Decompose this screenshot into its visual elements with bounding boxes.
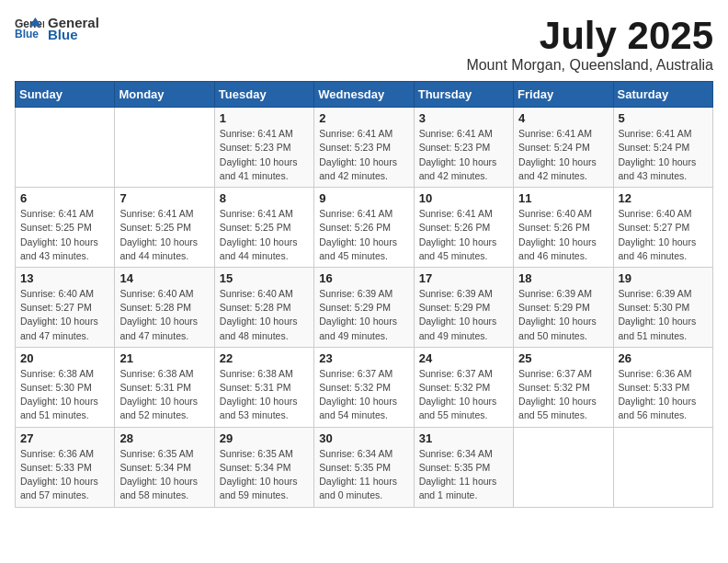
calendar-cell: 21Sunrise: 6:38 AM Sunset: 5:31 PM Dayli…	[115, 347, 214, 427]
logo-icon: General Blue	[15, 16, 44, 41]
calendar-cell: 4Sunrise: 6:41 AM Sunset: 5:24 PM Daylig…	[514, 108, 613, 188]
day-info: Sunrise: 6:40 AM Sunset: 5:28 PM Dayligh…	[220, 287, 309, 343]
weekday-header-wednesday: Wednesday	[314, 82, 414, 108]
day-info: Sunrise: 6:41 AM Sunset: 5:23 PM Dayligh…	[319, 127, 408, 183]
day-number: 17	[419, 271, 508, 285]
calendar-cell: 8Sunrise: 6:41 AM Sunset: 5:25 PM Daylig…	[214, 188, 313, 268]
day-number: 3	[419, 111, 508, 125]
calendar-cell	[613, 427, 712, 507]
day-number: 29	[220, 431, 309, 445]
day-info: Sunrise: 6:41 AM Sunset: 5:26 PM Dayligh…	[319, 207, 408, 263]
calendar-cell: 24Sunrise: 6:37 AM Sunset: 5:32 PM Dayli…	[414, 347, 513, 427]
day-number: 13	[20, 271, 109, 285]
calendar-cell: 9Sunrise: 6:41 AM Sunset: 5:26 PM Daylig…	[314, 188, 414, 268]
calendar-cell: 29Sunrise: 6:35 AM Sunset: 5:34 PM Dayli…	[214, 427, 313, 507]
day-number: 30	[319, 431, 408, 445]
day-number: 31	[419, 431, 508, 445]
day-info: Sunrise: 6:38 AM Sunset: 5:30 PM Dayligh…	[20, 367, 109, 423]
day-info: Sunrise: 6:40 AM Sunset: 5:27 PM Dayligh…	[20, 287, 109, 343]
calendar-cell: 11Sunrise: 6:40 AM Sunset: 5:26 PM Dayli…	[514, 188, 613, 268]
day-info: Sunrise: 6:37 AM Sunset: 5:32 PM Dayligh…	[419, 367, 508, 423]
day-info: Sunrise: 6:37 AM Sunset: 5:32 PM Dayligh…	[518, 367, 608, 423]
calendar-cell: 22Sunrise: 6:38 AM Sunset: 5:31 PM Dayli…	[214, 347, 313, 427]
day-number: 16	[319, 271, 408, 285]
day-number: 18	[518, 271, 608, 285]
day-number: 8	[220, 191, 309, 205]
calendar-cell: 5Sunrise: 6:41 AM Sunset: 5:24 PM Daylig…	[613, 108, 712, 188]
calendar-cell: 7Sunrise: 6:41 AM Sunset: 5:25 PM Daylig…	[115, 188, 214, 268]
day-number: 20	[20, 351, 109, 365]
calendar-cell: 20Sunrise: 6:38 AM Sunset: 5:30 PM Dayli…	[16, 347, 115, 427]
day-info: Sunrise: 6:38 AM Sunset: 5:31 PM Dayligh…	[220, 367, 309, 423]
calendar-cell: 28Sunrise: 6:35 AM Sunset: 5:34 PM Dayli…	[115, 427, 214, 507]
day-number: 6	[20, 191, 109, 205]
day-info: Sunrise: 6:41 AM Sunset: 5:25 PM Dayligh…	[20, 207, 109, 263]
calendar-cell: 14Sunrise: 6:40 AM Sunset: 5:28 PM Dayli…	[115, 267, 214, 347]
day-number: 15	[220, 271, 309, 285]
calendar-cell	[514, 427, 613, 507]
calendar: SundayMondayTuesdayWednesdayThursdayFrid…	[15, 81, 713, 507]
day-info: Sunrise: 6:41 AM Sunset: 5:23 PM Dayligh…	[419, 127, 508, 183]
day-number: 14	[119, 271, 209, 285]
day-number: 23	[319, 351, 408, 365]
day-info: Sunrise: 6:41 AM Sunset: 5:25 PM Dayligh…	[220, 207, 309, 263]
day-info: Sunrise: 6:41 AM Sunset: 5:26 PM Dayligh…	[419, 207, 508, 263]
weekday-header-friday: Friday	[514, 82, 613, 108]
day-info: Sunrise: 6:35 AM Sunset: 5:34 PM Dayligh…	[119, 447, 209, 503]
calendar-cell: 17Sunrise: 6:39 AM Sunset: 5:29 PM Dayli…	[414, 267, 513, 347]
calendar-cell: 18Sunrise: 6:39 AM Sunset: 5:29 PM Dayli…	[514, 267, 613, 347]
calendar-cell: 3Sunrise: 6:41 AM Sunset: 5:23 PM Daylig…	[414, 108, 513, 188]
title-block: July 2025 Mount Morgan, Queensland, Aust…	[466, 15, 713, 74]
day-number: 28	[119, 431, 209, 445]
day-number: 1	[220, 111, 309, 125]
day-info: Sunrise: 6:36 AM Sunset: 5:33 PM Dayligh…	[20, 447, 109, 503]
day-number: 22	[220, 351, 309, 365]
svg-text:Blue: Blue	[15, 28, 39, 40]
weekday-header-thursday: Thursday	[414, 82, 513, 108]
day-number: 4	[518, 111, 608, 125]
calendar-cell: 12Sunrise: 6:40 AM Sunset: 5:27 PM Dayli…	[613, 188, 712, 268]
day-number: 10	[419, 191, 508, 205]
calendar-cell: 26Sunrise: 6:36 AM Sunset: 5:33 PM Dayli…	[613, 347, 712, 427]
logo: General Blue General Blue	[15, 15, 99, 42]
day-info: Sunrise: 6:39 AM Sunset: 5:30 PM Dayligh…	[619, 287, 708, 343]
calendar-cell: 27Sunrise: 6:36 AM Sunset: 5:33 PM Dayli…	[16, 427, 115, 507]
header: General Blue General Blue July 2025 Moun…	[15, 15, 713, 74]
day-info: Sunrise: 6:39 AM Sunset: 5:29 PM Dayligh…	[419, 287, 508, 343]
day-number: 12	[619, 191, 708, 205]
day-info: Sunrise: 6:41 AM Sunset: 5:25 PM Dayligh…	[119, 207, 209, 263]
calendar-cell: 30Sunrise: 6:34 AM Sunset: 5:35 PM Dayli…	[314, 427, 414, 507]
day-info: Sunrise: 6:41 AM Sunset: 5:24 PM Dayligh…	[518, 127, 608, 183]
day-info: Sunrise: 6:38 AM Sunset: 5:31 PM Dayligh…	[119, 367, 209, 423]
day-info: Sunrise: 6:40 AM Sunset: 5:28 PM Dayligh…	[119, 287, 209, 343]
day-info: Sunrise: 6:41 AM Sunset: 5:23 PM Dayligh…	[220, 127, 309, 183]
day-info: Sunrise: 6:34 AM Sunset: 5:35 PM Dayligh…	[319, 447, 408, 503]
day-info: Sunrise: 6:41 AM Sunset: 5:24 PM Dayligh…	[619, 127, 708, 183]
calendar-cell: 15Sunrise: 6:40 AM Sunset: 5:28 PM Dayli…	[214, 267, 313, 347]
day-number: 21	[119, 351, 209, 365]
weekday-header-monday: Monday	[115, 82, 214, 108]
day-info: Sunrise: 6:40 AM Sunset: 5:26 PM Dayligh…	[518, 207, 608, 263]
day-info: Sunrise: 6:36 AM Sunset: 5:33 PM Dayligh…	[619, 367, 708, 423]
day-number: 19	[619, 271, 708, 285]
weekday-header-saturday: Saturday	[613, 82, 712, 108]
weekday-header-tuesday: Tuesday	[214, 82, 313, 108]
day-info: Sunrise: 6:39 AM Sunset: 5:29 PM Dayligh…	[319, 287, 408, 343]
calendar-cell	[115, 108, 214, 188]
day-number: 11	[518, 191, 608, 205]
calendar-cell: 19Sunrise: 6:39 AM Sunset: 5:30 PM Dayli…	[613, 267, 712, 347]
calendar-cell: 25Sunrise: 6:37 AM Sunset: 5:32 PM Dayli…	[514, 347, 613, 427]
day-info: Sunrise: 6:34 AM Sunset: 5:35 PM Dayligh…	[419, 447, 508, 503]
day-number: 24	[419, 351, 508, 365]
day-info: Sunrise: 6:39 AM Sunset: 5:29 PM Dayligh…	[518, 287, 608, 343]
calendar-cell: 23Sunrise: 6:37 AM Sunset: 5:32 PM Dayli…	[314, 347, 414, 427]
calendar-cell: 6Sunrise: 6:41 AM Sunset: 5:25 PM Daylig…	[16, 188, 115, 268]
day-info: Sunrise: 6:35 AM Sunset: 5:34 PM Dayligh…	[220, 447, 309, 503]
day-number: 26	[619, 351, 708, 365]
day-number: 9	[319, 191, 408, 205]
calendar-cell: 10Sunrise: 6:41 AM Sunset: 5:26 PM Dayli…	[414, 188, 513, 268]
day-number: 25	[518, 351, 608, 365]
day-number: 7	[119, 191, 209, 205]
location-title: Mount Morgan, Queensland, Australia	[466, 57, 713, 74]
calendar-cell: 2Sunrise: 6:41 AM Sunset: 5:23 PM Daylig…	[314, 108, 414, 188]
